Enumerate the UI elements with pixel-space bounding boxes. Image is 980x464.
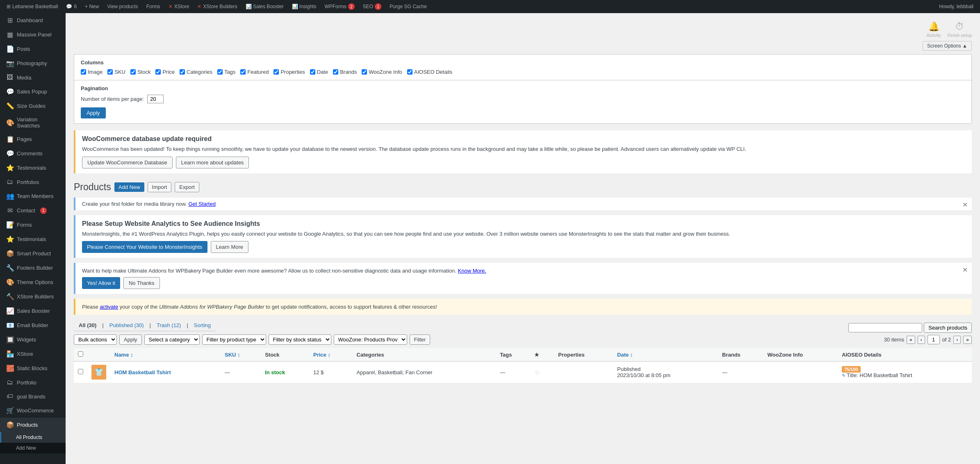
sidebar-item-all-products[interactable]: All Products [0,432,66,443]
adminbar-xstore-builders[interactable]: ✕ XStore Builders [194,0,240,13]
sidebar-item-products[interactable]: 📦 Products [0,418,66,432]
tab-trash[interactable]: Trash (12) [152,320,186,331]
th-name[interactable]: Name ↕ [110,348,221,362]
sidebar-item-static-blocks[interactable]: 🧱 Static Blocks [0,361,66,375]
prev-page-btn[interactable]: ‹ [918,336,925,344]
product-featured-star[interactable]: ☆ [534,369,540,376]
sidebar-item-posts[interactable]: 📄 Posts [0,42,66,56]
sidebar-item-testimonials2[interactable]: ⭐ Testimonials [0,232,66,246]
sidebar-item-contact[interactable]: ✉ Contact 1 [0,203,66,218]
bulk-actions-select[interactable]: Bulk actions [74,334,117,345]
sidebar-item-testimonials[interactable]: ⭐ Testimonials [0,161,66,175]
tab-published[interactable]: Published (30) [105,320,149,331]
allow-diagnostic-button[interactable]: Yes! Allow it [82,277,120,289]
col-tags[interactable]: Tags [217,69,235,75]
no-thanks-button[interactable]: No Thanks [123,277,160,289]
current-page-input[interactable] [928,335,940,344]
sidebar-item-portfolio[interactable]: 🗂 Portfolio [0,375,66,389]
col-price[interactable]: Price [155,69,175,75]
add-new-button[interactable]: Add New [114,182,144,192]
select-all-checkbox[interactable] [78,351,83,357]
tab-all[interactable]: All (30) [74,320,101,331]
sidebar-item-xstore[interactable]: 🏪 XStore [0,347,66,361]
adminbar-user[interactable]: Howdy, lebbball [936,0,977,13]
analytics-learn-more-button[interactable]: Learn More [211,241,248,253]
adminbar-comments[interactable]: 💬 6 [63,0,80,13]
stock-status-filter[interactable]: Filter by stock status [269,334,331,345]
col-brands[interactable]: Brands [333,69,357,75]
folder-notice-close[interactable]: ✕ [962,201,968,209]
last-page-btn[interactable]: » [963,336,972,344]
sidebar-item-variation-swatches[interactable]: 🎨 Variation Swatches [0,113,66,132]
pagination-apply-button[interactable]: Apply [81,107,106,118]
sidebar-item-team-members[interactable]: 👥 Team Members [0,189,66,203]
search-products-input[interactable] [848,323,922,332]
bulk-apply-button[interactable]: Apply [119,334,142,345]
screen-options-button[interactable]: Screen Options ▲ [923,41,972,51]
import-button[interactable]: Import [148,182,172,192]
first-page-btn[interactable]: « [907,336,915,344]
sidebar-item-portfolios[interactable]: 🗂 Portfolios [0,175,66,189]
diagnostic-notice-close[interactable]: ✕ [962,266,968,274]
sidebar-item-goal-brands[interactable]: 🏷 goal Brands [0,389,66,403]
items-per-page-input[interactable] [147,95,164,103]
col-stock[interactable]: Stock [130,69,151,75]
activate-link[interactable]: activate [100,304,118,310]
col-properties[interactable]: Properties [273,69,305,75]
sidebar-item-sales-booster[interactable]: 📈 Sales Booster [0,304,66,318]
sidebar-item-pages[interactable]: 📋 Pages [0,132,66,146]
product-name-link[interactable]: HOM Basketball Tshirt [114,369,171,375]
adminbar-site[interactable]: ⊞ Lebanese Basketball [3,0,61,13]
sidebar-item-widgets[interactable]: 🔲 Widgets [0,332,66,347]
col-woozone[interactable]: WooZone Info [362,69,402,75]
col-featured[interactable]: Featured [240,69,269,75]
category-filter[interactable]: Select a category [144,334,200,345]
th-price[interactable]: Price ↕ [309,348,353,362]
sidebar-item-smart-product[interactable]: 📦 Smart Product [0,246,66,261]
sidebar-item-photography[interactable]: 📷 Photography [0,56,66,71]
sidebar-item-forms[interactable]: 📝 Forms [0,218,66,232]
get-started-link[interactable]: Get Started [188,201,215,207]
sidebar-item-email-builder[interactable]: 📧 Email Builder [0,318,66,332]
adminbar-seo[interactable]: SEO 1 [360,0,385,13]
filter-button[interactable]: Filter [410,334,431,345]
adminbar-purge[interactable]: Purge SG Cache [386,0,430,13]
know-more-link[interactable]: Know More. [458,268,486,274]
col-sku[interactable]: SKU [107,69,125,75]
adminbar-xstore[interactable]: ✕ XStore [165,0,193,13]
adminbar-sales-booster[interactable]: 📊 Sales Booster [242,0,287,13]
col-aioseo[interactable]: AIOSEO Details [407,69,452,75]
learn-more-updates-button[interactable]: Learn more about updates [176,157,249,168]
sidebar-item-woocommerce[interactable]: 🛒 WooCommerce [0,403,66,418]
export-button[interactable]: Export [175,182,199,192]
product-type-filter[interactable]: Filter by product type [202,334,266,345]
sidebar-item-theme-options[interactable]: 🎨 Theme Options [0,275,66,289]
adminbar-forms[interactable]: Forms [143,0,164,13]
connect-monsterinsights-button[interactable]: Please Connect Your Website to MonsterIn… [82,241,207,253]
row-checkbox[interactable] [78,369,83,374]
sidebar-item-comments[interactable]: 💬 Comments [0,146,66,161]
sidebar-item-add-new[interactable]: Add New [0,443,66,453]
sidebar-item-media[interactable]: 🖼 Media [0,71,66,84]
sidebar-item-size-guides[interactable]: 📏 Size Guides [0,99,66,113]
col-image[interactable]: Image [81,69,103,75]
search-products-button[interactable]: Search products [924,323,972,333]
col-categories[interactable]: Categories [180,69,212,75]
tab-sorting[interactable]: Sorting [189,320,216,331]
next-page-btn[interactable]: › [953,336,961,344]
adminbar-insights[interactable]: 📊 Insights [289,0,320,13]
activity-button[interactable]: 🔔 Activity [927,21,941,38]
adminbar-view-products[interactable]: View products [104,0,141,13]
sidebar-item-sales-popup[interactable]: 💬 Sales Popup [0,84,66,99]
th-sku[interactable]: SKU ↕ [221,348,261,362]
update-db-button[interactable]: Update WooCommerce Database [82,157,173,168]
sidebar-item-xstore-builders[interactable]: 🔨 XStore Builders [0,289,66,304]
sidebar-item-dashboard[interactable]: ⊞ Dashboard [0,13,66,27]
adminbar-wpforms[interactable]: WPForms 2 [321,0,358,13]
sidebar-item-massive-panel[interactable]: ▦ Massive Panel [0,27,66,42]
col-date[interactable]: Date [310,69,328,75]
th-date[interactable]: Date ↕ [613,348,718,362]
finish-setup-button[interactable]: ⏱ Finish setup [948,21,972,38]
woozone-filter[interactable]: WooZone: Products Prov [334,334,407,345]
adminbar-new[interactable]: + New [82,0,102,13]
